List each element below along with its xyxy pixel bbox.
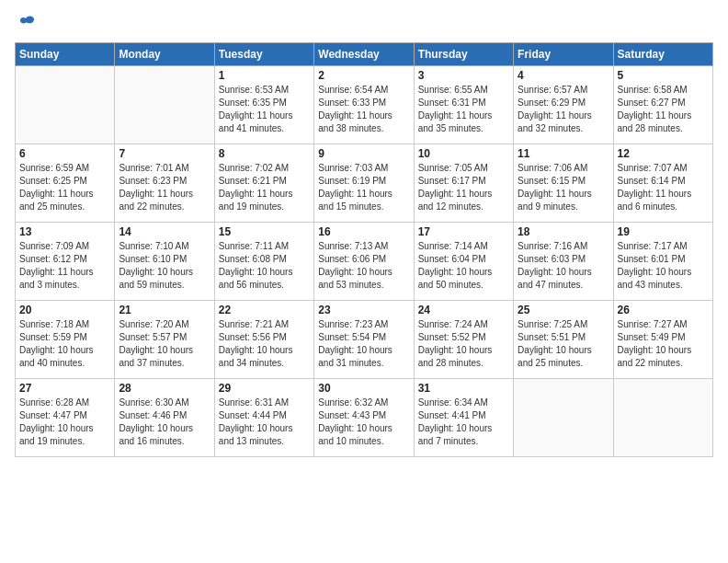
day-number: 30 (318, 382, 409, 395)
day-info: Sunrise: 6:30 AMSunset: 4:46 PMDaylight:… (119, 396, 210, 448)
calendar-cell: 20Sunrise: 7:18 AMSunset: 5:59 PMDayligh… (16, 301, 115, 379)
day-number: 28 (119, 382, 210, 395)
day-info: Sunrise: 6:28 AMSunset: 4:47 PMDaylight:… (19, 396, 110, 448)
day-info: Sunrise: 6:54 AMSunset: 6:33 PMDaylight:… (318, 84, 409, 135)
day-number: 3 (418, 69, 509, 82)
day-info: Sunrise: 6:57 AMSunset: 6:29 PMDaylight:… (518, 84, 609, 135)
day-number: 11 (518, 147, 609, 160)
calendar-cell: 5Sunrise: 6:58 AMSunset: 6:27 PMDaylight… (613, 66, 712, 144)
logo-bird-icon (16, 15, 36, 33)
calendar-week-4: 20Sunrise: 7:18 AMSunset: 5:59 PMDayligh… (16, 301, 713, 379)
day-number: 7 (119, 147, 210, 160)
weekday-header-friday: Friday (514, 43, 613, 66)
day-info: Sunrise: 7:16 AMSunset: 6:03 PMDaylight:… (518, 240, 609, 292)
weekday-header-sunday: Sunday (16, 43, 115, 66)
day-info: Sunrise: 7:05 AMSunset: 6:17 PMDaylight:… (418, 162, 509, 213)
day-number: 20 (19, 304, 110, 316)
day-info: Sunrise: 6:34 AMSunset: 4:41 PMDaylight:… (418, 396, 509, 448)
day-info: Sunrise: 7:17 AMSunset: 6:01 PMDaylight:… (618, 240, 709, 292)
day-info: Sunrise: 6:31 AMSunset: 4:44 PMDaylight:… (219, 396, 310, 448)
day-number: 23 (318, 304, 409, 316)
day-info: Sunrise: 7:07 AMSunset: 6:14 PMDaylight:… (618, 162, 709, 213)
day-number: 26 (618, 304, 709, 316)
day-info: Sunrise: 7:25 AMSunset: 5:51 PMDaylight:… (518, 318, 609, 370)
day-number: 17 (418, 225, 509, 238)
page-header (15, 15, 713, 33)
calendar-cell: 16Sunrise: 7:13 AMSunset: 6:06 PMDayligh… (314, 223, 414, 301)
day-info: Sunrise: 7:10 AMSunset: 6:10 PMDaylight:… (119, 240, 210, 292)
calendar-cell: 11Sunrise: 7:06 AMSunset: 6:15 PMDayligh… (514, 144, 613, 223)
day-number: 31 (418, 382, 509, 395)
day-number: 25 (518, 304, 609, 316)
day-info: Sunrise: 7:20 AMSunset: 5:57 PMDaylight:… (119, 318, 210, 370)
day-info: Sunrise: 7:14 AMSunset: 6:04 PMDaylight:… (418, 240, 509, 292)
calendar-cell: 23Sunrise: 7:23 AMSunset: 5:54 PMDayligh… (314, 301, 414, 379)
weekday-header-wednesday: Wednesday (314, 43, 414, 66)
weekday-header-row: SundayMondayTuesdayWednesdayThursdayFrid… (16, 43, 713, 66)
calendar-cell: 24Sunrise: 7:24 AMSunset: 5:52 PMDayligh… (414, 301, 513, 379)
calendar-table: SundayMondayTuesdayWednesdayThursdayFrid… (15, 42, 713, 457)
calendar-cell: 3Sunrise: 6:55 AMSunset: 6:31 PMDaylight… (414, 66, 513, 144)
calendar-cell (514, 379, 613, 457)
calendar-cell: 28Sunrise: 6:30 AMSunset: 4:46 PMDayligh… (115, 379, 214, 457)
day-info: Sunrise: 7:27 AMSunset: 5:49 PMDaylight:… (618, 318, 709, 370)
calendar-cell: 18Sunrise: 7:16 AMSunset: 6:03 PMDayligh… (514, 223, 613, 301)
weekday-header-saturday: Saturday (613, 43, 712, 66)
day-number: 12 (618, 147, 709, 160)
day-number: 27 (19, 382, 110, 395)
calendar-cell: 2Sunrise: 6:54 AMSunset: 6:33 PMDaylight… (314, 66, 414, 144)
weekday-header-tuesday: Tuesday (214, 43, 313, 66)
day-info: Sunrise: 7:11 AMSunset: 6:08 PMDaylight:… (219, 240, 310, 292)
calendar-cell: 12Sunrise: 7:07 AMSunset: 6:14 PMDayligh… (613, 144, 712, 223)
day-number: 19 (618, 225, 709, 238)
logo (15, 15, 37, 33)
day-number: 10 (418, 147, 509, 160)
day-info: Sunrise: 6:32 AMSunset: 4:43 PMDaylight:… (318, 396, 409, 448)
day-info: Sunrise: 6:58 AMSunset: 6:27 PMDaylight:… (618, 84, 709, 135)
day-number: 1 (219, 69, 310, 82)
calendar-cell (16, 66, 115, 144)
day-number: 21 (119, 304, 210, 316)
calendar-cell: 30Sunrise: 6:32 AMSunset: 4:43 PMDayligh… (314, 379, 414, 457)
calendar-cell: 13Sunrise: 7:09 AMSunset: 6:12 PMDayligh… (16, 223, 115, 301)
day-info: Sunrise: 7:13 AMSunset: 6:06 PMDaylight:… (318, 240, 409, 292)
day-number: 5 (618, 69, 709, 82)
day-number: 22 (219, 304, 310, 316)
calendar-week-2: 6Sunrise: 6:59 AMSunset: 6:25 PMDaylight… (16, 144, 713, 223)
day-info: Sunrise: 6:55 AMSunset: 6:31 PMDaylight:… (418, 84, 509, 135)
day-info: Sunrise: 7:23 AMSunset: 5:54 PMDaylight:… (318, 318, 409, 370)
calendar-cell: 25Sunrise: 7:25 AMSunset: 5:51 PMDayligh… (514, 301, 613, 379)
calendar-cell: 7Sunrise: 7:01 AMSunset: 6:23 PMDaylight… (115, 144, 214, 223)
day-info: Sunrise: 7:02 AMSunset: 6:21 PMDaylight:… (219, 162, 310, 213)
day-number: 2 (318, 69, 409, 82)
weekday-header-monday: Monday (115, 43, 214, 66)
calendar-cell: 6Sunrise: 6:59 AMSunset: 6:25 PMDaylight… (16, 144, 115, 223)
calendar-cell: 10Sunrise: 7:05 AMSunset: 6:17 PMDayligh… (414, 144, 513, 223)
day-info: Sunrise: 7:01 AMSunset: 6:23 PMDaylight:… (119, 162, 210, 213)
day-info: Sunrise: 7:09 AMSunset: 6:12 PMDaylight:… (19, 240, 110, 292)
calendar-week-1: 1Sunrise: 6:53 AMSunset: 6:35 PMDaylight… (16, 66, 713, 144)
calendar-week-3: 13Sunrise: 7:09 AMSunset: 6:12 PMDayligh… (16, 223, 713, 301)
calendar-cell: 1Sunrise: 6:53 AMSunset: 6:35 PMDaylight… (214, 66, 313, 144)
calendar-cell: 8Sunrise: 7:02 AMSunset: 6:21 PMDaylight… (214, 144, 313, 223)
calendar-week-5: 27Sunrise: 6:28 AMSunset: 4:47 PMDayligh… (16, 379, 713, 457)
calendar-cell: 29Sunrise: 6:31 AMSunset: 4:44 PMDayligh… (214, 379, 313, 457)
weekday-header-thursday: Thursday (414, 43, 513, 66)
day-info: Sunrise: 7:06 AMSunset: 6:15 PMDaylight:… (518, 162, 609, 213)
day-info: Sunrise: 7:03 AMSunset: 6:19 PMDaylight:… (318, 162, 409, 213)
calendar-cell (115, 66, 214, 144)
calendar-cell: 14Sunrise: 7:10 AMSunset: 6:10 PMDayligh… (115, 223, 214, 301)
day-number: 9 (318, 147, 409, 160)
day-number: 16 (318, 225, 409, 238)
calendar-cell: 9Sunrise: 7:03 AMSunset: 6:19 PMDaylight… (314, 144, 414, 223)
day-number: 24 (418, 304, 509, 316)
day-number: 6 (19, 147, 110, 160)
day-info: Sunrise: 6:53 AMSunset: 6:35 PMDaylight:… (219, 84, 310, 135)
day-info: Sunrise: 6:59 AMSunset: 6:25 PMDaylight:… (19, 162, 110, 213)
calendar-cell (613, 379, 712, 457)
calendar-cell: 26Sunrise: 7:27 AMSunset: 5:49 PMDayligh… (613, 301, 712, 379)
calendar-cell: 17Sunrise: 7:14 AMSunset: 6:04 PMDayligh… (414, 223, 513, 301)
calendar-cell: 27Sunrise: 6:28 AMSunset: 4:47 PMDayligh… (16, 379, 115, 457)
calendar-cell: 21Sunrise: 7:20 AMSunset: 5:57 PMDayligh… (115, 301, 214, 379)
calendar-cell: 4Sunrise: 6:57 AMSunset: 6:29 PMDaylight… (514, 66, 613, 144)
